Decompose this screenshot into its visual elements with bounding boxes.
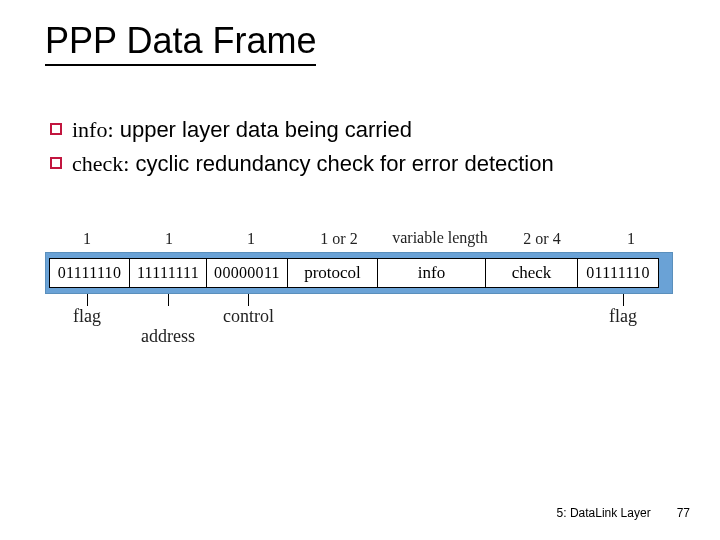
field-protocol: protocol bbox=[288, 258, 378, 288]
bullet-icon bbox=[50, 123, 62, 135]
size-label: 2 or 4 bbox=[495, 230, 589, 248]
bullet-text: check: cyclic redundancy check for error… bbox=[72, 149, 650, 179]
field-check: check bbox=[486, 258, 578, 288]
label-control: control bbox=[223, 306, 274, 327]
bullet-keyword: info: bbox=[72, 117, 114, 142]
size-label: 1 bbox=[589, 230, 673, 248]
bottom-labels: flag address control flag bbox=[45, 298, 685, 358]
field-control: 00000011 bbox=[207, 258, 288, 288]
field-address: 11111111 bbox=[130, 258, 207, 288]
bullet-rest: upper layer data being carried bbox=[114, 117, 412, 142]
label-flag-right: flag bbox=[609, 306, 637, 327]
bullet-item: check: cyclic redundancy check for error… bbox=[50, 149, 650, 179]
slide: PPP Data Frame info: upper layer data be… bbox=[0, 0, 720, 540]
label-flag-left: flag bbox=[73, 306, 101, 327]
size-label: variable length bbox=[385, 230, 495, 248]
size-label: 1 or 2 bbox=[293, 230, 385, 248]
page-title: PPP Data Frame bbox=[45, 20, 316, 66]
footer: 5: DataLink Layer 77 bbox=[557, 506, 690, 520]
tick-icon bbox=[168, 294, 169, 306]
bullet-list: info: upper layer data being carried che… bbox=[50, 115, 650, 182]
field-flag: 01111110 bbox=[49, 258, 130, 288]
field-flag: 01111110 bbox=[578, 258, 659, 288]
frame-diagram: 1 1 1 1 or 2 variable length 2 or 4 1 01… bbox=[45, 230, 685, 358]
frame-band: 01111110 11111111 00000011 protocol info… bbox=[45, 252, 673, 294]
tick-icon bbox=[623, 294, 624, 306]
footer-page: 77 bbox=[677, 506, 690, 520]
bullet-keyword: check: bbox=[72, 151, 129, 176]
size-label: 1 bbox=[209, 230, 293, 248]
field-info: info bbox=[378, 258, 486, 288]
tick-icon bbox=[248, 294, 249, 306]
bullet-text: info: upper layer data being carried bbox=[72, 115, 650, 145]
tick-icon bbox=[87, 294, 88, 306]
bullet-item: info: upper layer data being carried bbox=[50, 115, 650, 145]
footer-section: 5: DataLink Layer bbox=[557, 506, 651, 520]
label-address: address bbox=[141, 326, 195, 347]
size-label: 1 bbox=[45, 230, 129, 248]
bullet-icon bbox=[50, 157, 62, 169]
size-row: 1 1 1 1 or 2 variable length 2 or 4 1 bbox=[45, 230, 685, 248]
bullet-rest: cyclic redundancy check for error detect… bbox=[129, 151, 553, 176]
frame-cells: 01111110 11111111 00000011 protocol info… bbox=[49, 258, 659, 288]
size-label: 1 bbox=[129, 230, 209, 248]
